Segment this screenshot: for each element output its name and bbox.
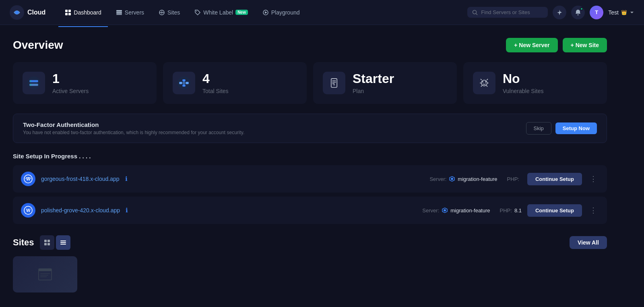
- tfa-skip-button[interactable]: Skip: [526, 122, 551, 135]
- grid-view-btn[interactable]: [40, 235, 54, 250]
- vultr-icon-2: [442, 207, 448, 214]
- svg-rect-53: [47, 240, 50, 242]
- svg-rect-60: [39, 269, 52, 271]
- nav-servers-label: Servers: [125, 9, 144, 16]
- sparkle-btn[interactable]: [553, 6, 566, 19]
- total-sites-label: Total Sites: [202, 88, 229, 94]
- continue-setup-2[interactable]: Continue Setup: [527, 204, 582, 217]
- user-menu[interactable]: Test 👑: [608, 9, 634, 16]
- play-nav-icon: [262, 9, 269, 16]
- site-1-name: gorgeous-frost-418.x-cloud.app: [41, 176, 120, 182]
- notification-btn[interactable]: [571, 6, 585, 19]
- view-all-button[interactable]: View All: [570, 236, 607, 249]
- svg-line-15: [476, 13, 478, 15]
- site-2-php: PHP: 8.1: [500, 207, 522, 214]
- vultr-icon-1: [449, 176, 455, 182]
- grid-view-icon: [44, 239, 50, 246]
- site-1-info-icon[interactable]: ℹ: [125, 175, 128, 183]
- stat-vulnerable: No Vulnerable Sites: [463, 62, 607, 104]
- globe-nav-icon: [159, 9, 165, 16]
- svg-point-14: [473, 10, 477, 14]
- svg-rect-8: [116, 14, 122, 15]
- svg-marker-47: [451, 178, 453, 180]
- tfa-setup-button[interactable]: Setup Now: [555, 122, 597, 134]
- site-preview-card[interactable]: [13, 256, 77, 292]
- svg-point-34: [478, 77, 491, 89]
- sites-title: Sites: [13, 237, 34, 248]
- avatar-initials: T: [595, 9, 598, 15]
- tfa-banner: Two-Factor Authentication You have not e…: [13, 114, 607, 143]
- sparkle-icon: [556, 9, 563, 16]
- php-version-2: 8.1: [514, 207, 522, 214]
- site-2-name: polished-grove-420.x-cloud.app: [41, 207, 120, 214]
- page-title: Overview: [13, 39, 63, 52]
- svg-point-37: [485, 81, 486, 83]
- svg-point-19: [30, 81, 31, 82]
- wp-icon-2: W: [21, 203, 35, 218]
- sites-section: Sites Vie: [13, 235, 607, 292]
- receipt-icon: $: [327, 76, 341, 90]
- stat-active-servers: 1 Active Servers: [13, 62, 157, 104]
- vulnerable-icon: [473, 72, 495, 94]
- site-row: W polished-grove-420.x-cloud.app ℹ Serve…: [13, 197, 607, 224]
- nav-dashboard-label: Dashboard: [74, 9, 101, 16]
- active-servers-value: 1: [52, 72, 89, 86]
- site-1-meta: Server: migration-feature PHP:: [429, 176, 522, 182]
- header-actions: + New Server + New Site: [506, 38, 607, 52]
- nav-playground-label: Playground: [271, 9, 300, 16]
- tfa-title: Two-Factor Authentication: [23, 121, 244, 128]
- search-box[interactable]: [467, 7, 548, 18]
- plan-label: Plan: [353, 88, 394, 94]
- svg-point-11: [196, 11, 197, 12]
- tfa-actions: Skip Setup Now: [526, 122, 597, 135]
- navbar: Cloud Dashboard Servers Sites: [0, 0, 644, 25]
- nav-servers[interactable]: Servers: [109, 6, 151, 19]
- new-site-button[interactable]: + New Site: [563, 38, 607, 52]
- svg-point-1: [15, 11, 19, 14]
- chevron-down-icon: [630, 10, 634, 15]
- svg-rect-5: [68, 13, 71, 15]
- svg-rect-23: [186, 82, 189, 84]
- nav-whitelabel[interactable]: White Label New: [188, 6, 254, 19]
- avatar[interactable]: T: [590, 6, 603, 19]
- server-stack-icon: [27, 76, 41, 90]
- svg-rect-57: [60, 242, 66, 243]
- nav-logo[interactable]: Cloud: [10, 5, 45, 20]
- svg-point-36: [482, 81, 483, 83]
- server-nav-icon: [116, 9, 122, 16]
- site-1-php: PHP:: [507, 176, 522, 182]
- notification-dot: [580, 7, 583, 10]
- svg-text:W: W: [26, 176, 31, 181]
- more-options-2[interactable]: ⋮: [588, 205, 599, 216]
- svg-rect-22: [179, 82, 182, 84]
- svg-text:W: W: [26, 208, 31, 213]
- search-input[interactable]: [481, 9, 537, 15]
- list-view-btn[interactable]: [56, 235, 70, 250]
- stats-grid: 1 Active Servers 4 Total Sites: [13, 62, 607, 104]
- nav-links: Dashboard Servers Sites White Label: [58, 6, 467, 19]
- svg-rect-56: [60, 241, 66, 241]
- continue-setup-1[interactable]: Continue Setup: [527, 173, 582, 185]
- crown-icon: 👑: [621, 10, 627, 15]
- vulnerable-info: No Vulnerable Sites: [503, 72, 543, 94]
- nav-dashboard[interactable]: Dashboard: [58, 6, 108, 19]
- svg-rect-55: [47, 243, 50, 245]
- total-sites-info: 4 Total Sites: [202, 72, 229, 94]
- sites-header: Sites Vie: [13, 235, 607, 250]
- nav-playground[interactable]: Playground: [256, 6, 306, 19]
- svg-point-16: [27, 77, 40, 89]
- svg-rect-3: [68, 10, 71, 12]
- nav-whitelabel-badge: New: [235, 10, 248, 15]
- svg-rect-54: [44, 243, 47, 245]
- new-server-button[interactable]: + New Server: [506, 38, 557, 52]
- tag-nav-icon: [194, 9, 201, 16]
- total-sites-value: 4: [202, 72, 229, 86]
- site-2-info-icon[interactable]: ℹ: [126, 207, 128, 214]
- nav-sites[interactable]: Sites: [152, 6, 186, 19]
- more-options-1[interactable]: ⋮: [588, 173, 599, 185]
- network-icon: [177, 76, 191, 90]
- plan-info: Starter Plan: [353, 72, 394, 94]
- overview-header: Overview + New Server + New Site: [13, 38, 607, 52]
- server-label-2: Server:: [422, 207, 439, 214]
- list-view-icon: [60, 239, 66, 246]
